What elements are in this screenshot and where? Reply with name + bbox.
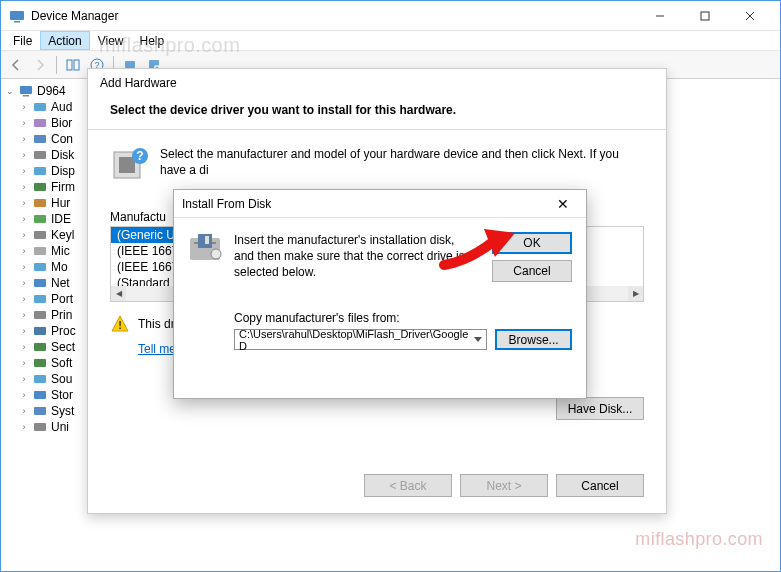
minimize-button[interactable] (637, 2, 682, 30)
tree-node-label: Bior (51, 116, 72, 130)
svg-rect-37 (34, 423, 46, 431)
network-icon (32, 276, 48, 290)
ide-icon (32, 212, 48, 226)
menu-help[interactable]: Help (132, 31, 173, 50)
expand-icon[interactable]: › (19, 422, 29, 432)
biometric-icon (32, 116, 48, 130)
warning-icon: ! (110, 314, 130, 334)
wizard-heading: Select the device driver you want to ins… (88, 99, 666, 129)
expand-icon[interactable]: › (19, 310, 29, 320)
processor-icon (32, 324, 48, 338)
tree-node-label: Sect (51, 340, 75, 354)
svg-rect-27 (34, 263, 46, 271)
back-button[interactable]: < Back (364, 474, 452, 497)
menu-file[interactable]: File (5, 31, 40, 50)
system-icon (32, 404, 48, 418)
svg-rect-25 (34, 231, 46, 239)
svg-rect-3 (701, 12, 709, 20)
tree-node-label: Proc (51, 324, 76, 338)
expand-icon[interactable]: › (19, 390, 29, 400)
forward-icon[interactable] (29, 54, 51, 76)
tree-node-label: Uni (51, 420, 69, 434)
svg-rect-39 (119, 157, 135, 173)
svg-rect-6 (67, 60, 72, 70)
menu-action[interactable]: Action (40, 31, 89, 50)
expand-icon[interactable]: › (19, 182, 29, 192)
tree-node-label: Mic (51, 244, 70, 258)
expand-icon[interactable]: › (19, 166, 29, 176)
expand-icon[interactable]: › (19, 294, 29, 304)
tree-node-label: Port (51, 292, 73, 306)
expand-icon[interactable]: › (19, 358, 29, 368)
ok-button[interactable]: OK (492, 232, 572, 254)
tree-node-label: Prin (51, 308, 72, 322)
software-icon (32, 356, 48, 370)
tree-node-label: Stor (51, 388, 73, 402)
svg-rect-15 (20, 86, 32, 94)
disk-icon (32, 148, 48, 162)
tree-node-label: Disk (51, 148, 74, 162)
info-chip-icon: ? (110, 146, 150, 186)
audio-icon (32, 100, 48, 114)
expand-icon[interactable]: › (19, 118, 29, 128)
path-combobox[interactable]: C:\Users\rahul\Desktop\MiFlash_Driver\Go… (234, 329, 487, 350)
show-hide-console-icon[interactable] (62, 54, 84, 76)
close-button[interactable] (727, 2, 772, 30)
next-button[interactable]: Next > (460, 474, 548, 497)
cancel-button[interactable]: Cancel (556, 474, 644, 497)
install-from-disk-dialog: Install From Disk ✕ Insert the manufactu… (173, 189, 587, 399)
back-icon[interactable] (5, 54, 27, 76)
expand-icon[interactable]: › (19, 134, 29, 144)
tree-node-label: Keyl (51, 228, 74, 242)
printer-icon (32, 308, 48, 322)
svg-rect-33 (34, 359, 46, 367)
expand-icon[interactable]: › (19, 374, 29, 384)
tree-node-label: Net (51, 276, 70, 290)
svg-rect-26 (34, 247, 46, 255)
expand-icon[interactable]: › (19, 102, 29, 112)
svg-rect-34 (34, 375, 46, 383)
floppy-disk-icon (188, 232, 222, 266)
expand-icon[interactable]: › (19, 246, 29, 256)
storage-icon (32, 388, 48, 402)
scroll-left-icon[interactable]: ◀ (111, 286, 126, 301)
close-icon[interactable]: ✕ (548, 196, 578, 212)
tree-node-label: Firm (51, 180, 75, 194)
expand-icon[interactable]: › (19, 198, 29, 208)
cancel-button[interactable]: Cancel (492, 260, 572, 282)
expand-icon[interactable]: › (19, 150, 29, 160)
expand-icon[interactable]: › (19, 230, 29, 240)
expand-icon[interactable]: › (19, 262, 29, 272)
tree-node-label: Soft (51, 356, 72, 370)
svg-rect-28 (34, 279, 46, 287)
browse-button[interactable]: Browse... (495, 329, 572, 350)
tree-node-label: Aud (51, 100, 72, 114)
svg-rect-36 (34, 407, 46, 415)
expand-icon[interactable]: › (19, 406, 29, 416)
sound-icon (32, 372, 48, 386)
svg-rect-1 (14, 21, 20, 23)
display-icon (32, 164, 48, 178)
menu-view[interactable]: View (90, 31, 132, 50)
separator (88, 129, 666, 130)
svg-rect-24 (34, 215, 46, 223)
expand-icon[interactable]: › (19, 342, 29, 352)
dialog-title: Install From Disk (182, 197, 548, 211)
computer-icon (18, 84, 34, 98)
tree-node-label: Con (51, 132, 73, 146)
expand-icon[interactable]: › (19, 278, 29, 288)
svg-point-48 (211, 249, 221, 259)
collapse-icon[interactable]: ⌄ (5, 86, 15, 96)
usb-icon (32, 420, 48, 434)
expand-icon[interactable]: › (19, 326, 29, 336)
have-disk-button[interactable]: Have Disk... (556, 397, 644, 420)
warning-text: This dri (138, 317, 177, 331)
tree-node-label: Sou (51, 372, 72, 386)
expand-icon[interactable]: › (19, 214, 29, 224)
svg-rect-0 (10, 11, 24, 20)
scroll-right-icon[interactable]: ▶ (628, 286, 643, 301)
window-title: Device Manager (31, 9, 637, 23)
tree-node-label: Hur (51, 196, 70, 210)
svg-text:!: ! (118, 319, 122, 331)
maximize-button[interactable] (682, 2, 727, 30)
